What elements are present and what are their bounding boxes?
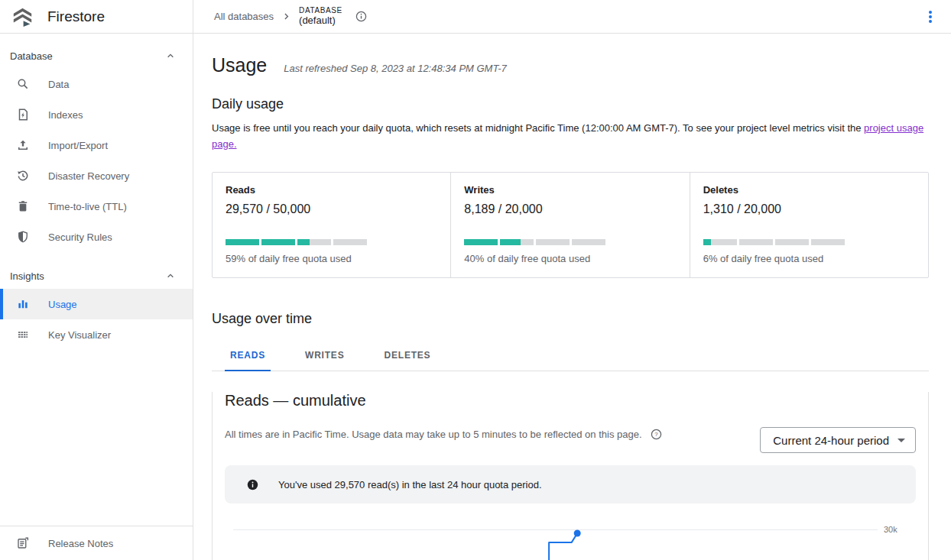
sidebar-item-label: Time-to-live (TTL) [48,201,127,212]
section-header-insights[interactable]: Insights [0,263,193,289]
reads-cumulative-panel: Reads — cumulative All times are in Paci… [212,392,929,560]
sidebar-item-release-notes[interactable]: Release Notes [0,526,193,560]
daily-usage-description: Usage is free until you reach your daily… [212,120,929,152]
tab-deletes[interactable]: DELETES [378,342,436,371]
breadcrumb-current-database: DATABASE (default) [299,6,342,26]
daily-usage-description-text: Usage is free until you reach your daily… [212,122,864,134]
quota-progress-bar [703,239,845,245]
shield-icon [16,230,30,244]
card-title: Reads [226,184,438,196]
sidebar-item-label: Usage [48,299,77,310]
sidebar-item-security-rules[interactable]: Security Rules [0,222,193,252]
sidebar-item-ttl[interactable]: Time-to-live (TTL) [0,191,193,222]
release-notes-icon [16,536,30,550]
card-value: 1,310 / 20,000 [703,202,916,216]
info-filled-icon [246,478,259,491]
page-title: Usage [212,54,267,76]
daily-usage-heading: Daily usage [212,96,929,112]
card-caption: 59% of daily free quota used [226,253,438,264]
sidebar-item-key-visualizer[interactable]: Key Visualizer [0,319,193,350]
period-selector-dropdown[interactable]: Current 24-hour period [760,427,916,453]
trash-icon [16,199,30,213]
tab-reads[interactable]: READS [225,342,271,371]
app-title: Firestore [47,8,105,25]
kebab-menu-icon[interactable] [921,8,940,26]
sidebar-item-data[interactable]: Data [0,69,193,99]
document-bolt-icon [16,108,30,121]
chevron-right-icon [281,11,292,22]
database-name: (default) [299,15,342,27]
usage-tabs: READS WRITES DELETES [212,342,929,371]
caret-down-icon [897,439,905,442]
card-title: Deletes [703,184,916,196]
last-refreshed-text: Last refreshed Sep 8, 2023 at 12:48:34 P… [284,63,506,74]
section-label: Database [10,50,53,62]
history-restore-icon [16,169,30,183]
sidebar-item-label: Key Visualizer [48,329,111,341]
reads-quota-card: Reads 29,570 / 50,000 59% of daily free … [213,173,450,277]
sidebar-item-label: Security Rules [48,231,112,243]
bar-chart-icon [16,297,30,311]
breadcrumb-all-databases[interactable]: All databases [214,11,274,22]
card-caption: 40% of daily free quota used [464,253,677,264]
database-info-icon[interactable] [355,10,368,23]
quota-progress-bar [464,239,605,245]
card-value: 8,189 / 20,000 [464,202,677,216]
main-area: All databases DATABASE (default) Usage L… [193,0,951,560]
help-icon[interactable]: ? [650,428,663,441]
sidebar-item-label: Disaster Recovery [48,170,129,182]
usage-page: Usage Last refreshed Sep 8, 2023 at 12:4… [193,34,951,560]
card-caption: 6% of daily free quota used [703,253,916,264]
tab-writes[interactable]: WRITES [300,342,349,371]
timezone-note: All times are in Pacific Time. Usage dat… [225,429,642,440]
sidebar-item-label: Data [48,79,69,90]
chevron-up-icon [164,270,177,282]
breadcrumb: All databases DATABASE (default) [193,0,951,34]
usage-chart: 30k [225,505,916,560]
writes-quota-card: Writes 8,189 / 20,000 40% of daily free … [450,173,689,277]
sidebar-item-label: Indexes [48,109,83,121]
card-title: Writes [464,184,677,196]
usage-over-time-heading: Usage over time [212,311,929,327]
sidebar-item-import-export[interactable]: Import/Export [0,130,193,160]
info-banner-text: You've used 29,570 read(s) in the last 2… [278,479,542,490]
section-label: Insights [10,270,44,282]
daily-quota-cards: Reads 29,570 / 50,000 59% of daily free … [212,172,929,278]
sidebar-item-usage[interactable]: Usage [0,289,193,319]
info-banner: You've used 29,570 read(s) in the last 2… [225,465,916,503]
sidebar: Firestore Database Data Indexes Import/E… [0,0,193,560]
sidebar-item-label: Import/Export [48,140,108,151]
search-icon [16,77,30,91]
upload-icon [16,138,30,152]
deletes-quota-card: Deletes 1,310 / 20,000 6% of daily free … [690,173,928,277]
card-value: 29,570 / 50,000 [226,202,438,216]
sidebar-item-disaster-recovery[interactable]: Disaster Recovery [0,160,193,191]
period-selector-value: Current 24-hour period [773,434,889,447]
reads-line-series [225,505,917,560]
firestore-logo-icon [10,4,35,29]
grid-icon [16,328,30,342]
svg-text:?: ? [654,431,658,438]
sidebar-item-label: Release Notes [48,538,113,549]
quota-progress-bar [226,239,367,245]
section-header-database[interactable]: Database [0,43,193,69]
sidebar-item-indexes[interactable]: Indexes [0,99,193,130]
sidebar-nav: Database Data Indexes Import/Export [0,34,193,526]
sidebar-header: Firestore [0,0,193,34]
chevron-up-icon [164,50,177,62]
chart-heading: Reads — cumulative [225,392,916,409]
